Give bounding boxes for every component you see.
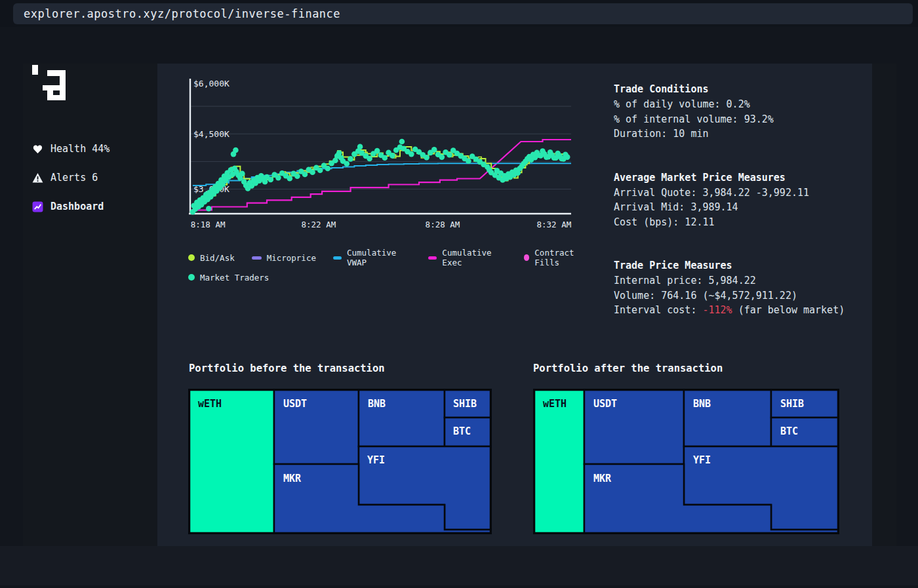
panel-title: Trade Conditions: [614, 82, 889, 97]
panel-title: Average Market Price Measures: [614, 170, 889, 186]
x-tick-label: 8:32 AM: [537, 220, 572, 229]
panel-trade-conditions: Trade Conditions% of daily volume: 0.2%%…: [614, 82, 889, 142]
sidebar-item-health[interactable]: Health 44%: [32, 140, 110, 157]
legend-label: Market Traders: [200, 273, 269, 283]
top-bar: explorer.apostro.xyz/protocol/inverse-fi…: [0, 0, 918, 27]
panel-line: % of internal volume: 93.2%: [614, 112, 889, 127]
sidebar-item-label: Health 44%: [50, 143, 110, 155]
treemap-tile-label: wETH: [543, 398, 567, 410]
treemap-tile-label: SHIB: [453, 398, 477, 410]
heart-icon: [32, 144, 43, 155]
legend-marker-icon: [428, 256, 437, 260]
warning-icon: [32, 172, 43, 184]
panel-line: Internal price: 5,984.22: [614, 273, 889, 288]
treemap-tile-label: MKR: [283, 473, 302, 484]
legend-marker-icon: [188, 254, 195, 261]
treemap-tile-label: BTC: [453, 425, 471, 437]
legend-label: Cumulative VWAP: [347, 248, 411, 267]
panel-line: Interval cost: -112% (far below market): [614, 303, 889, 318]
sidebar-item-label: Alerts 6: [50, 172, 98, 184]
treemap-tile-weth[interactable]: [534, 390, 584, 533]
legend-item-contract-fills[interactable]: Contract Fills: [524, 248, 595, 267]
treemap-after-title: Portfolio after the transaction: [533, 363, 723, 374]
sidebar-item-dashboard[interactable]: Dashboard: [32, 198, 104, 215]
chart-legend: Bid/AskMicropriceCumulative VWAPCumulati…: [188, 248, 595, 287]
y-tick-label: $4,500K: [193, 129, 230, 139]
url-text: explorer.apostro.xyz/protocol/inverse-fi…: [24, 7, 340, 20]
treemap-tile-weth[interactable]: [190, 390, 274, 533]
page-bottom-band: [0, 546, 918, 585]
legend-marker-icon: [524, 254, 530, 261]
sidebar-item-alerts[interactable]: Alerts 6: [32, 169, 98, 186]
legend-marker-icon: [188, 274, 195, 281]
treemap-tile-label: USDT: [283, 398, 307, 410]
panel-line: % of daily volume: 0.2%: [614, 97, 889, 112]
legend-label: Cumulative Exec: [442, 248, 506, 267]
app-window: Health 44%Alerts 6Dashboard $6,000K$4,50…: [23, 64, 896, 546]
legend-item-microprice[interactable]: Microprice: [252, 253, 316, 263]
treemap-tile-label: USDT: [593, 398, 617, 410]
panel-line: Arrival Mid: 3,989.14: [614, 200, 889, 215]
legend-marker-icon: [333, 256, 342, 260]
legend-item-cumulative-vwap[interactable]: Cumulative VWAP: [333, 248, 411, 267]
sidebar-item-label: Dashboard: [50, 201, 104, 212]
trade-info-panel: Trade Conditions% of daily volume: 0.2%%…: [614, 82, 889, 347]
apostro-logo-icon: [30, 64, 77, 104]
panel-line: Duration: 10 min: [614, 127, 889, 142]
treemap-tile-label: MKR: [593, 473, 612, 484]
address-bar[interactable]: explorer.apostro.xyz/protocol/inverse-fi…: [13, 3, 913, 24]
panel-line: Volume: 764.16 (~$4,572,911.22): [614, 288, 889, 304]
legend-marker-icon: [252, 256, 262, 260]
legend-item-bid-ask[interactable]: Bid/Ask: [188, 253, 235, 263]
treemap-after: wETHUSDTBNBSHIBBTCYFIMKR: [533, 389, 839, 534]
right-strip: [872, 64, 896, 546]
panel-line: Arrival Quote: 3,984.22 -3,992.11: [614, 186, 889, 201]
panel-average-market-price-measures: Average Market Price MeasuresArrival Quo…: [614, 170, 889, 230]
treemap-before-title: Portfolio before the transaction: [189, 363, 385, 374]
legend-item-market-traders[interactable]: Market Traders: [188, 273, 269, 283]
treemap-tile-label: BNB: [368, 398, 386, 410]
legend-item-cumulative-exec[interactable]: Cumulative Exec: [428, 248, 506, 267]
panel-line: Cost (bps): 12.11: [614, 215, 889, 230]
treemap-tile-label: YFI: [693, 454, 711, 466]
treemap-tile-label: BNB: [693, 398, 711, 410]
dashboard-icon: [32, 201, 43, 212]
panel-title: Trade Price Measures: [614, 258, 889, 273]
legend-label: Microprice: [267, 253, 316, 263]
price-chart: $6,000K$4,500K$3,000K8:18 AM8:22 AM8:28 …: [187, 75, 580, 233]
legend-label: Bid/Ask: [200, 253, 235, 263]
panel-trade-price-measures: Trade Price MeasuresInternal price: 5,98…: [614, 258, 889, 318]
treemap-tile-label: wETH: [198, 398, 222, 410]
legend-label: Contract Fills: [534, 248, 595, 267]
treemap-tile-label: YFI: [367, 454, 385, 466]
x-tick-label: 8:28 AM: [426, 220, 460, 229]
treemap-before: wETHUSDTBNBSHIBBTCYFIMKR: [188, 389, 492, 534]
sidebar: Health 44%Alerts 6Dashboard: [23, 64, 157, 546]
y-tick-label: $6,000K: [193, 79, 230, 88]
treemap-tile-label: BTC: [780, 425, 798, 437]
x-tick-label: 8:18 AM: [191, 220, 226, 229]
x-tick-label: 8:22 AM: [302, 220, 336, 229]
treemap-tile-label: SHIB: [780, 398, 804, 410]
negative-value: -112%: [702, 304, 732, 316]
